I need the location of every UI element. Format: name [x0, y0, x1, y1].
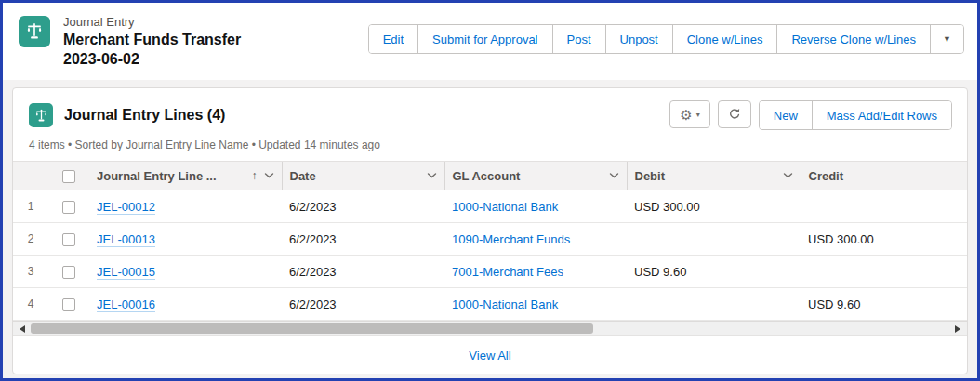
column-header-date[interactable]: Date — [282, 162, 444, 190]
row-number: 1 — [13, 190, 48, 223]
journal-entry-lines-table: Journal Entry Line ... ↑ Date — [13, 161, 967, 321]
credit-cell: USD 300.00 — [801, 223, 967, 256]
journal-entry-lines-icon — [29, 103, 53, 127]
page-title: Merchant Funds Transfer 2023-06-02 — [63, 30, 241, 69]
date-cell: 6/2/2023 — [282, 256, 444, 288]
scroll-right-icon[interactable] — [955, 325, 960, 333]
record-actions: Edit Submit for Approval Post Unpost Clo… — [368, 24, 964, 80]
chevron-down-icon[interactable] — [783, 173, 793, 178]
journal-entry-line-link[interactable]: JEL-00013 — [97, 232, 155, 247]
new-button[interactable]: New — [760, 101, 812, 129]
credit-cell: USD 9.60 — [801, 288, 967, 321]
gear-icon: ⚙ — [680, 108, 692, 122]
caret-down-icon: ▼ — [943, 34, 951, 44]
page-body: Journal Entry Lines (4) ⚙ ▾ New — [3, 80, 977, 378]
refresh-button[interactable] — [718, 100, 751, 128]
list-settings-button[interactable]: ⚙ ▾ — [669, 100, 709, 128]
column-header-credit[interactable]: Credit — [801, 162, 967, 190]
mass-add-edit-rows-button[interactable]: Mass Add/Edit Rows — [812, 101, 951, 129]
unpost-button[interactable]: Unpost — [605, 25, 672, 53]
scales-icon — [33, 108, 49, 124]
gl-account-link[interactable]: 1000-National Bank — [452, 200, 558, 214]
related-list-subtitle: 4 items • Sorted by Journal Entry Line N… — [13, 138, 967, 151]
related-list-title: Journal Entry Lines (4) — [64, 107, 225, 124]
table-header-row: Journal Entry Line ... ↑ Date — [13, 162, 967, 190]
scrollbar-thumb[interactable] — [31, 323, 593, 334]
refresh-icon — [728, 108, 741, 121]
table-row: 4 JEL-00016 6/2/2023 1000-National Bank … — [13, 288, 967, 321]
row-checkbox[interactable] — [62, 266, 75, 279]
post-button[interactable]: Post — [552, 25, 605, 53]
table-row: 2 JEL-00013 6/2/2023 1090-Merchant Funds… — [13, 223, 967, 256]
edit-button[interactable]: Edit — [369, 25, 417, 53]
row-number: 2 — [13, 223, 48, 256]
debit-cell: USD 300.00 — [627, 190, 801, 223]
app-frame: Journal Entry Merchant Funds Transfer 20… — [0, 0, 980, 381]
chevron-down-icon[interactable] — [609, 173, 619, 178]
journal-entry-lines-card: Journal Entry Lines (4) ⚙ ▾ New — [12, 87, 968, 374]
journal-entry-icon — [19, 16, 50, 47]
row-number: 4 — [13, 288, 48, 321]
row-checkbox[interactable] — [62, 233, 75, 246]
select-all-checkbox-cell — [48, 162, 89, 190]
journal-entry-line-link[interactable]: JEL-00016 — [97, 297, 155, 312]
debit-cell: USD 9.60 — [627, 256, 801, 288]
more-actions-button[interactable]: ▼ — [930, 25, 963, 53]
row-number: 3 — [13, 256, 48, 288]
row-number-header — [13, 162, 48, 190]
scroll-left-icon[interactable] — [20, 325, 25, 333]
date-cell: 6/2/2023 — [282, 190, 444, 223]
view-all-link[interactable]: View All — [469, 348, 510, 362]
debit-cell — [627, 288, 801, 321]
scales-icon — [24, 21, 45, 42]
select-all-checkbox[interactable] — [62, 170, 75, 183]
credit-cell — [801, 256, 967, 288]
row-checkbox[interactable] — [62, 298, 75, 311]
journal-entry-line-link[interactable]: JEL-00012 — [97, 200, 155, 215]
row-checkbox[interactable] — [62, 201, 75, 214]
date-cell: 6/2/2023 — [282, 223, 444, 256]
column-header-gl-account[interactable]: GL Account — [444, 162, 627, 190]
page-title-line1: Merchant Funds Transfer — [63, 30, 241, 49]
credit-cell — [801, 190, 967, 223]
column-header-name[interactable]: Journal Entry Line ... ↑ — [89, 162, 282, 190]
column-header-debit[interactable]: Debit — [627, 162, 801, 190]
record-header: Journal Entry Merchant Funds Transfer 20… — [3, 3, 977, 80]
date-cell: 6/2/2023 — [282, 288, 444, 321]
clone-with-lines-button[interactable]: Clone w/Lines — [672, 25, 777, 53]
journal-entry-line-link[interactable]: JEL-00015 — [97, 265, 155, 280]
chevron-down-icon[interactable] — [427, 173, 437, 178]
submit-for-approval-button[interactable]: Submit for Approval — [417, 25, 551, 53]
page-title-line2: 2023-06-02 — [63, 49, 241, 69]
gl-account-link[interactable]: 7001-Merchant Fees — [452, 265, 563, 279]
sort-ascending-icon: ↑ — [252, 169, 258, 182]
entity-label: Journal Entry — [63, 14, 241, 30]
caret-down-icon: ▾ — [696, 111, 700, 119]
table-row: 1 JEL-00012 6/2/2023 1000-National Bank … — [13, 190, 967, 223]
gl-account-link[interactable]: 1000-National Bank — [452, 297, 558, 311]
table-row: 3 JEL-00015 6/2/2023 7001-Merchant Fees … — [13, 256, 967, 288]
reverse-clone-with-lines-button[interactable]: Reverse Clone w/Lines — [776, 25, 930, 53]
horizontal-scrollbar[interactable] — [13, 321, 967, 336]
debit-cell — [627, 223, 801, 256]
gl-account-link[interactable]: 1090-Merchant Funds — [452, 232, 570, 246]
chevron-down-icon[interactable] — [264, 173, 274, 178]
